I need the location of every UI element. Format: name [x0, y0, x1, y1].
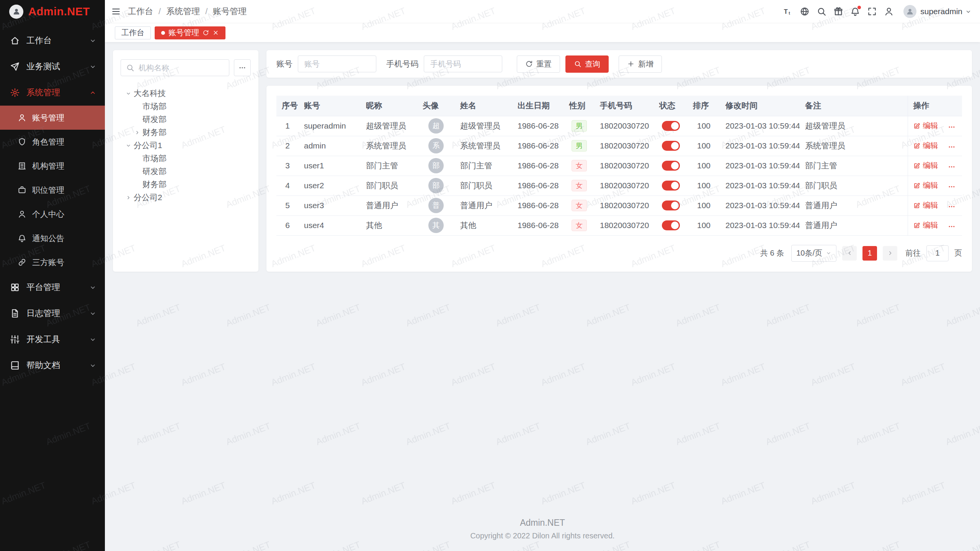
collapse-menu-icon[interactable] [105, 0, 127, 23]
notification-bell-icon[interactable] [847, 0, 864, 23]
breadcrumb-item[interactable]: 系统管理 [166, 6, 200, 17]
reset-button[interactable]: 重置 [517, 55, 560, 73]
sidebar-item-third-party-account[interactable]: 三方账号 [0, 250, 105, 274]
tab-workbench[interactable]: 工作台 [115, 26, 151, 39]
user-icon[interactable] [880, 0, 897, 23]
page-number-button[interactable]: 1 [862, 246, 877, 261]
status-toggle[interactable] [662, 201, 680, 210]
edit-button[interactable]: 编辑 [913, 140, 938, 151]
gift-icon[interactable] [830, 0, 847, 23]
caret-down-icon[interactable] [123, 140, 134, 151]
search-icon[interactable] [813, 0, 830, 23]
cell-index: 3 [276, 156, 299, 176]
cell-account: superadmin [299, 116, 361, 136]
sidebar-item-dev-tools[interactable]: 开发工具 [0, 326, 105, 352]
status-toggle[interactable] [662, 121, 680, 131]
caret-right-icon[interactable] [123, 192, 134, 203]
cell-birthdate: 1986-06-28 [512, 136, 564, 156]
table-row: 3 user1 部门主管 部 部门主管 1986-06-28 女 1802003… [276, 156, 962, 176]
edit-button[interactable]: 编辑 [913, 220, 938, 230]
font-size-icon[interactable] [779, 0, 796, 23]
caret-down-icon[interactable] [123, 88, 134, 99]
tree-node[interactable]: 研发部 [121, 113, 251, 126]
edit-button[interactable]: 编辑 [913, 200, 938, 210]
phone-input[interactable] [424, 55, 502, 72]
search-icon [574, 60, 581, 68]
chevron-down-icon[interactable] [965, 8, 972, 15]
username[interactable]: superadmin [920, 7, 962, 16]
tree-node[interactable]: 市场部 [121, 100, 251, 113]
tree-node[interactable]: 财务部 [121, 126, 251, 139]
cell-name: 系统管理员 [455, 136, 512, 156]
tree-node[interactable]: 大名科技 [121, 87, 251, 100]
refresh-icon[interactable] [203, 29, 209, 36]
status-toggle[interactable] [662, 141, 680, 151]
tree-node[interactable]: 市场部 [121, 152, 251, 165]
edit-button[interactable]: 编辑 [913, 121, 938, 131]
sidebar-item-system-management[interactable]: 系统管理 [0, 80, 105, 106]
org-search-input[interactable] [121, 59, 229, 76]
cell-gender: 女 [564, 215, 595, 235]
status-toggle[interactable] [662, 181, 680, 191]
breadcrumb-item[interactable]: 工作台 [128, 6, 153, 17]
add-button[interactable]: 新增 [619, 55, 662, 73]
prev-page-button[interactable] [842, 246, 857, 261]
total-count: 共 6 条 [760, 248, 784, 258]
tabs-bar: 工作台 账号管理 [105, 23, 980, 42]
more-actions-button[interactable] [948, 203, 956, 210]
search-button[interactable]: 查询 [565, 55, 609, 73]
cell-operation: 编辑 [908, 156, 962, 176]
sidebar-item-notice[interactable]: 通知公告 [0, 226, 105, 250]
cell-account: user2 [299, 176, 361, 196]
next-page-button[interactable] [883, 246, 897, 261]
goto-label: 前往 [905, 248, 921, 258]
more-actions-button[interactable] [948, 123, 956, 131]
sidebar-item-help-docs[interactable]: 帮助文档 [0, 352, 105, 378]
sidebar-item-org-management[interactable]: 机构管理 [0, 154, 105, 178]
more-actions-button[interactable] [948, 223, 956, 230]
book-icon [10, 360, 20, 370]
page-size-select[interactable]: 10条/页 [791, 245, 836, 262]
cell-name: 部门主管 [455, 156, 512, 176]
bell-icon [18, 234, 26, 243]
sidebar-item-account-management[interactable]: 账号管理 [0, 106, 105, 130]
main-area: 工作台 / 系统管理 / 账号管理 superadmin [105, 0, 980, 551]
cell-modified-time: 2023-01-03 10:59:44 [720, 176, 800, 196]
sidebar-item-role-management[interactable]: 角色管理 [0, 130, 105, 154]
goto-page-input[interactable] [926, 245, 949, 261]
tree-node[interactable]: 分公司2 [121, 191, 251, 204]
sidebar-item-platform-management[interactable]: 平台管理 [0, 274, 105, 300]
search-icon [126, 64, 134, 72]
sidebar-item-business-test[interactable]: 业务测试 [0, 54, 105, 80]
sidebar-item-log-management[interactable]: 日志管理 [0, 300, 105, 326]
fullscreen-icon[interactable] [864, 0, 880, 23]
tree-node[interactable]: 分公司1 [121, 139, 251, 152]
sidebar-item-workbench[interactable]: 工作台 [0, 28, 105, 54]
close-icon[interactable] [212, 29, 219, 36]
sidebar-item-position-management[interactable]: 职位管理 [0, 178, 105, 202]
cell-modified-time: 2023-01-03 10:59:44 [720, 136, 800, 156]
tree-node[interactable]: 研发部 [121, 165, 251, 178]
tree-more-button[interactable] [234, 59, 251, 76]
logo-icon [9, 5, 23, 19]
table-row: 6 user4 其他 其 其他 1986-06-28 女 18020030720… [276, 215, 962, 235]
sidebar-item-personal-center[interactable]: 个人中心 [0, 202, 105, 226]
tree-node[interactable]: 财务部 [121, 178, 251, 191]
avatar[interactable] [903, 5, 916, 18]
building-icon [18, 161, 26, 170]
edit-button[interactable]: 编辑 [913, 160, 938, 171]
gender-tag: 女 [572, 220, 587, 231]
language-icon[interactable] [796, 0, 813, 23]
tab-account-management[interactable]: 账号管理 [155, 26, 225, 39]
status-toggle[interactable] [662, 161, 680, 171]
more-actions-button[interactable] [948, 183, 956, 191]
more-actions-button[interactable] [948, 143, 956, 151]
caret-right-icon[interactable] [132, 127, 142, 138]
more-actions-button[interactable] [948, 163, 956, 171]
cell-gender: 男 [564, 116, 595, 136]
account-input[interactable] [298, 55, 376, 72]
edit-button[interactable]: 编辑 [913, 180, 938, 191]
paper-plane-icon [10, 62, 20, 72]
status-toggle[interactable] [662, 220, 680, 230]
col-name: 姓名 [455, 96, 512, 116]
